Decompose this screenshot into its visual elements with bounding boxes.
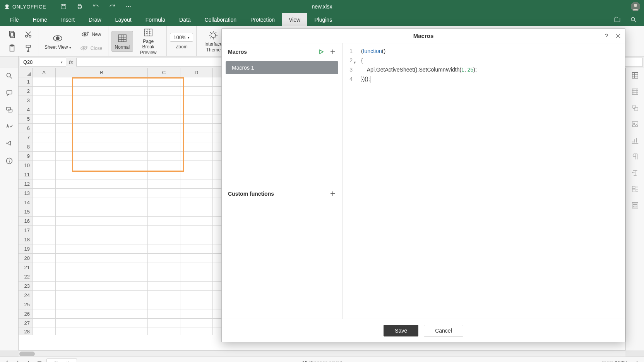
- row-header[interactable]: 22: [19, 272, 33, 281]
- sheet-list-icon[interactable]: [36, 360, 43, 362]
- row-header[interactable]: 27: [19, 319, 33, 328]
- cell[interactable]: [56, 282, 148, 290]
- row-header[interactable]: 6: [19, 124, 33, 133]
- new-view-button[interactable]: New: [77, 29, 105, 40]
- cell[interactable]: [33, 133, 56, 142]
- row-header[interactable]: 7: [19, 133, 33, 142]
- close-view-button[interactable]: Close: [77, 43, 105, 54]
- cell[interactable]: [56, 226, 148, 235]
- cell[interactable]: [180, 291, 213, 300]
- cell[interactable]: [180, 300, 213, 309]
- save-icon[interactable]: [60, 3, 67, 10]
- table-settings-icon[interactable]: [631, 87, 639, 96]
- column-header[interactable]: D: [180, 68, 213, 77]
- cell[interactable]: [148, 291, 180, 300]
- zoom-out-icon[interactable]: [588, 360, 594, 362]
- row-header[interactable]: 1: [19, 77, 33, 86]
- cell[interactable]: [33, 114, 56, 123]
- cell[interactable]: [180, 263, 213, 272]
- fx-icon[interactable]: fx: [66, 56, 76, 68]
- add-custom-function-icon[interactable]: [330, 191, 336, 197]
- image-settings-icon[interactable]: [631, 120, 639, 128]
- cell[interactable]: [56, 272, 148, 281]
- cell[interactable]: [148, 152, 180, 161]
- cell[interactable]: [148, 96, 180, 105]
- row-header[interactable]: 10: [19, 161, 33, 170]
- cell[interactable]: [56, 235, 148, 244]
- row-header[interactable]: 20: [19, 254, 33, 263]
- chart-settings-icon[interactable]: [631, 136, 639, 145]
- cell[interactable]: [180, 244, 213, 253]
- cell[interactable]: [148, 179, 180, 188]
- page-break-preview-button[interactable]: Page Break Preview: [133, 26, 163, 57]
- cell-settings-icon[interactable]: [631, 71, 639, 80]
- cell[interactable]: [33, 263, 56, 272]
- fold-icon[interactable]: ▼: [353, 58, 356, 67]
- shape-settings-icon[interactable]: [631, 104, 639, 112]
- cell[interactable]: [33, 152, 56, 161]
- cell[interactable]: [180, 152, 213, 161]
- select-all-corner[interactable]: [19, 68, 33, 77]
- cell[interactable]: [180, 235, 213, 244]
- textart-settings-icon[interactable]: [631, 169, 639, 177]
- cell[interactable]: [148, 263, 180, 272]
- cell[interactable]: [33, 309, 56, 318]
- row-header[interactable]: 13: [19, 189, 33, 198]
- cell[interactable]: [180, 161, 213, 170]
- cell[interactable]: [56, 189, 148, 198]
- help-icon[interactable]: [603, 33, 610, 39]
- row-header[interactable]: 5: [19, 114, 33, 123]
- save-button[interactable]: Save: [384, 325, 418, 336]
- cell[interactable]: [56, 179, 148, 188]
- cell[interactable]: [148, 198, 180, 207]
- name-box[interactable]: Q28 ▾: [20, 58, 66, 67]
- cell[interactable]: [148, 282, 180, 290]
- redo-icon[interactable]: [109, 3, 116, 10]
- zoom-dropdown[interactable]: 100%▾: [170, 33, 193, 42]
- cell[interactable]: [148, 328, 180, 335]
- row-header[interactable]: 11: [19, 170, 33, 179]
- print-icon[interactable]: [76, 3, 83, 10]
- cell[interactable]: [148, 77, 180, 86]
- menu-data[interactable]: Data: [172, 13, 198, 26]
- sheet-prev-icon[interactable]: [4, 360, 10, 362]
- cell[interactable]: [148, 87, 180, 96]
- cell[interactable]: [148, 235, 180, 244]
- cell[interactable]: [148, 142, 180, 151]
- row-header[interactable]: 21: [19, 263, 33, 272]
- cell[interactable]: [56, 87, 148, 96]
- cell[interactable]: [56, 152, 148, 161]
- row-header[interactable]: 4: [19, 105, 33, 114]
- cell[interactable]: [180, 226, 213, 235]
- menu-formula[interactable]: Formula: [139, 13, 172, 26]
- row-header[interactable]: 17: [19, 226, 33, 235]
- cell[interactable]: [148, 217, 180, 225]
- row-header[interactable]: 14: [19, 198, 33, 207]
- cell[interactable]: [56, 263, 148, 272]
- cell[interactable]: [56, 124, 148, 133]
- row-header[interactable]: 15: [19, 207, 33, 216]
- about-icon[interactable]: [5, 157, 13, 165]
- column-header[interactable]: C: [148, 68, 180, 77]
- cell[interactable]: [33, 244, 56, 253]
- row-header[interactable]: 26: [19, 309, 33, 318]
- cell[interactable]: [180, 96, 213, 105]
- cell[interactable]: [180, 328, 213, 335]
- cell[interactable]: [180, 87, 213, 96]
- row-header[interactable]: 25: [19, 300, 33, 309]
- comments-icon[interactable]: [5, 89, 13, 97]
- cell[interactable]: [180, 124, 213, 133]
- cell[interactable]: [180, 272, 213, 281]
- cell[interactable]: [148, 309, 180, 318]
- row-header[interactable]: 2: [19, 87, 33, 96]
- cell[interactable]: [56, 77, 148, 86]
- cell[interactable]: [56, 142, 148, 151]
- cell[interactable]: [56, 105, 148, 114]
- cell[interactable]: [148, 244, 180, 253]
- cell[interactable]: [56, 300, 148, 309]
- cell[interactable]: [180, 309, 213, 318]
- cell[interactable]: [148, 189, 180, 198]
- cell[interactable]: [33, 226, 56, 235]
- paragraph-settings-icon[interactable]: [631, 152, 639, 161]
- cell[interactable]: [180, 217, 213, 225]
